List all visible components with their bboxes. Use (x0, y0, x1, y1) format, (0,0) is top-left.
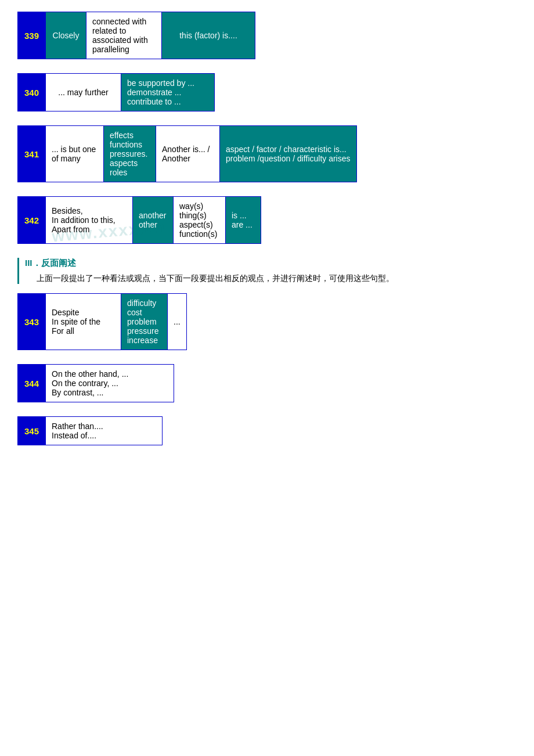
cell-340-left: ... may further (46, 74, 121, 111)
phrase-block-345: 345 Rather than.... Instead of.... (17, 416, 163, 445)
section3-wrapper: III．反面阐述 上面一段提出了一种看法或观点，当下面一段要提出相反的观点，并进… (17, 258, 517, 284)
phrase-block-341: 341 ... is but one of many effects funct… (17, 125, 357, 182)
phrase-block-342: 342 Besides, In addition to this, Apart … (17, 196, 261, 244)
cell-342-a: Besides, In addition to this, Apart from… (46, 197, 133, 243)
num-340: 340 (18, 74, 46, 111)
cell-closely: Closely (46, 12, 86, 59)
cell-345-a: Rather than.... Instead of.... (46, 417, 162, 445)
phrase-block-343: 343 Despite In spite of the For all diff… (17, 293, 187, 350)
cell-341-d: aspect / factor / characteristic is... p… (220, 126, 356, 182)
cell-342-c: way(s) thing(s) aspect(s) function(s) (174, 197, 226, 243)
section3-desc: 上面一段提出了一种看法或观点，当下面一段要提出相反的观点，并进行阐述时，可使用这… (25, 273, 517, 284)
cell-339-middle: connected with related to associated wit… (86, 12, 162, 59)
num-345: 345 (18, 417, 46, 445)
cell-340-right: be supported by ... demonstrate ... cont… (121, 74, 214, 111)
cell-339-right: this (factor) is.... (162, 12, 255, 59)
num-344: 344 (18, 365, 46, 402)
cell-342-d: is ... are ... (226, 197, 261, 243)
cell-341-a: ... is but one of many (46, 126, 104, 182)
section3-title: III．反面阐述 (25, 258, 517, 269)
phrase-block-340: 340 ... may further be supported by ... … (17, 73, 215, 111)
phrase-block-339: 339 Closely connected with related to as… (17, 12, 255, 59)
num-342: 342 (18, 197, 46, 243)
num-341: 341 (18, 126, 46, 182)
num-343: 343 (18, 294, 46, 350)
cell-343-c: ... (168, 294, 186, 350)
cell-341-c: Another is... / Another (156, 126, 220, 182)
page-content: 339 Closely connected with related to as… (17, 12, 517, 445)
cell-343-a: Despite In spite of the For all (46, 294, 121, 350)
cell-341-b: effects functions pressures. aspects rol… (104, 126, 156, 182)
cell-342-b: another other (133, 197, 174, 243)
cell-344-a: On the other hand, ... On the contrary, … (46, 365, 174, 402)
cell-343-b: difficulty cost problem pressure increas… (121, 294, 168, 350)
num-339: 339 (18, 12, 46, 59)
phrase-block-344: 344 On the other hand, ... On the contra… (17, 364, 174, 402)
